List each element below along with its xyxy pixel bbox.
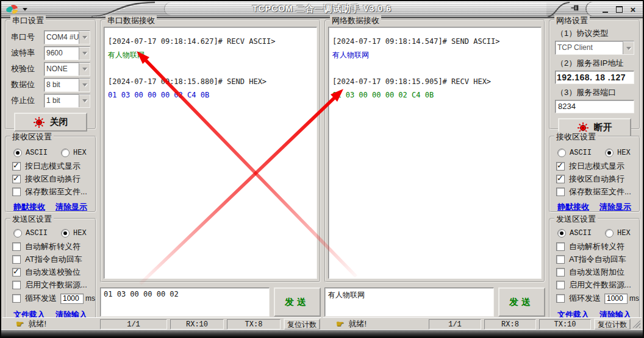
maximize-button[interactable] <box>614 5 624 14</box>
ascii-label: ASCII <box>570 229 592 238</box>
dropdown-button[interactable] <box>79 31 90 44</box>
chevron-down-icon <box>82 83 87 86</box>
group-title: 串口数据接收 <box>106 15 157 26</box>
log-mode-checkbox[interactable] <box>556 162 565 171</box>
file-source-checkbox[interactable] <box>556 281 565 289</box>
maximize-icon <box>616 6 623 13</box>
auto-wrap-checkbox[interactable] <box>12 175 21 183</box>
protocol-label: （1）协议类型 <box>556 28 634 39</box>
network-recv-ascii-radio[interactable] <box>557 149 566 157</box>
log-line: [2024-07-17 09:18:15.905]# RECV HEX> <box>332 75 537 88</box>
network-send-settings-group: 发送区设置 ASCII HEX 自动解析转义符 AT指令自动回车 自动发送附加位… <box>549 218 640 320</box>
option-label: 自动解析转义符 <box>569 241 624 252</box>
dropdown-button[interactable] <box>79 47 90 60</box>
silent-receive-link[interactable]: 静默接收 <box>13 202 45 213</box>
pin-icon[interactable] <box>570 4 579 13</box>
option-label: 循环发送 <box>25 293 57 304</box>
titlebar[interactable]: TCPCOM 二合一调试助手 V3.0.6 × <box>1 1 643 18</box>
option-label: 接收区自动换行 <box>569 174 624 185</box>
serial-recv-ascii-radio[interactable] <box>13 149 22 157</box>
save-to-file-checkbox[interactable] <box>12 188 21 196</box>
unit-label: ms <box>629 294 639 303</box>
network-reset-counter-button[interactable]: 复位计数 <box>594 319 631 330</box>
auto-parity-checkbox[interactable] <box>12 268 21 276</box>
serial-send-button[interactable]: 发送 <box>274 287 321 317</box>
dropdown-button[interactable] <box>79 79 90 91</box>
baud-rate-select[interactable]: 9600 <box>44 46 90 60</box>
network-status-message: 就绪! <box>348 319 367 329</box>
loop-send-checkbox[interactable] <box>12 294 21 303</box>
status-row: ☛就绪! 1/1 RX:10 TX:8 复位计数 ☛就绪! 1/1 RX:8 T… <box>2 317 642 330</box>
serial-data-column: 串口数据接收 [2024-07-17 09:18:14.627]# RECV A… <box>100 19 321 316</box>
file-source-checkbox[interactable] <box>12 281 21 289</box>
chevron-down-icon <box>82 68 87 71</box>
pointing-hand-icon: ☛ <box>16 320 24 328</box>
close-icon: × <box>631 5 636 13</box>
minimize-button[interactable] <box>600 5 610 14</box>
baud-rate-label: 波特率 <box>11 48 44 58</box>
window-bottom-frame <box>1 329 643 337</box>
serial-reset-counter-button[interactable]: 复位计数 <box>284 319 320 330</box>
log-mode-checkbox[interactable] <box>12 162 21 171</box>
serial-page-indicator: 1/1 <box>100 319 167 329</box>
serial-recv-hex-radio[interactable] <box>61 149 70 157</box>
server-port-input[interactable]: 8234 <box>555 100 634 113</box>
option-label: 接收区自动换行 <box>25 174 80 185</box>
loop-send-checkbox[interactable] <box>556 294 565 303</box>
dropdown-button[interactable] <box>623 41 634 54</box>
option-label: 启用文件数据源... <box>25 280 87 290</box>
clear-display-link[interactable]: 清除显示 <box>55 202 87 213</box>
stop-bits-select[interactable]: 1 bit <box>44 94 90 108</box>
stop-bits-value: 1 bit <box>45 94 79 107</box>
baud-rate-value: 9600 <box>45 47 79 60</box>
group-title: 串口设置 <box>10 15 46 26</box>
auto-append-checkbox[interactable] <box>556 268 565 276</box>
ascii-label: ASCII <box>570 149 592 157</box>
loop-interval-input[interactable] <box>604 294 628 304</box>
dropdown-button[interactable] <box>79 94 90 107</box>
com-port-select[interactable]: COM4 #US <box>44 30 90 44</box>
option-label: 保存数据至文件... <box>25 186 87 197</box>
close-button[interactable]: × <box>628 5 638 14</box>
serial-settings-group: 串口设置 串口号 COM4 #US 波特率 9600 校验位 NONE 数据位 … <box>5 19 96 130</box>
serial-send-ascii-radio[interactable] <box>13 229 22 238</box>
network-send-input[interactable]: 有人物联网 <box>324 287 494 317</box>
parity-select[interactable]: NONE <box>44 62 90 76</box>
network-recv-hex-radio[interactable] <box>605 149 614 157</box>
stop-bits-label: 停止位 <box>11 95 44 106</box>
server-ip-input[interactable]: 192.168. 18 .127 <box>555 71 634 84</box>
escape-parse-checkbox[interactable] <box>12 242 21 251</box>
at-auto-cr-checkbox[interactable] <box>556 255 565 264</box>
group-title: 网络设置 <box>554 15 590 26</box>
resize-grip[interactable] <box>632 320 640 328</box>
serial-close-button[interactable]: 关闭 <box>14 113 87 132</box>
silent-receive-link[interactable]: 静默接收 <box>557 202 589 213</box>
log-line <box>108 62 313 75</box>
network-send-ascii-radio[interactable] <box>557 229 566 238</box>
clear-display-link[interactable]: 清除显示 <box>599 202 631 213</box>
serial-close-label: 关闭 <box>50 116 68 128</box>
dropdown-button[interactable] <box>79 63 90 76</box>
protocol-select[interactable]: TCP Client <box>555 41 634 55</box>
serial-send-input[interactable]: 01 03 00 00 00 02 <box>100 287 270 317</box>
auto-wrap-checkbox[interactable] <box>556 175 565 183</box>
option-label: 循环发送 <box>569 293 601 304</box>
option-label: 自动发送附加位 <box>569 267 624 278</box>
serial-log[interactable]: [2024-07-17 09:18:14.627]# RECV ASCII>有人… <box>104 27 317 279</box>
option-label: AT指令自动回车 <box>569 254 626 265</box>
save-to-file-checkbox[interactable] <box>556 188 565 196</box>
data-bits-select[interactable]: 8 bit <box>44 78 90 92</box>
network-send-hex-radio[interactable] <box>605 229 614 238</box>
at-auto-cr-checkbox[interactable] <box>12 255 21 264</box>
network-send-button[interactable]: 发送 <box>498 287 545 317</box>
group-title: 网络数据接收 <box>330 15 381 26</box>
parity-label: 校验位 <box>11 63 44 74</box>
network-log[interactable]: [2024-07-17 09:18:14.547]# SEND ASCII>有人… <box>328 27 542 279</box>
serial-send-hex-radio[interactable] <box>61 229 70 238</box>
option-label: 自动解析转义符 <box>25 241 80 252</box>
log-line <box>332 62 537 75</box>
escape-parse-checkbox[interactable] <box>556 242 565 251</box>
parity-value: NONE <box>45 63 79 76</box>
hex-label: HEX <box>73 229 87 238</box>
loop-interval-input[interactable] <box>60 294 84 304</box>
